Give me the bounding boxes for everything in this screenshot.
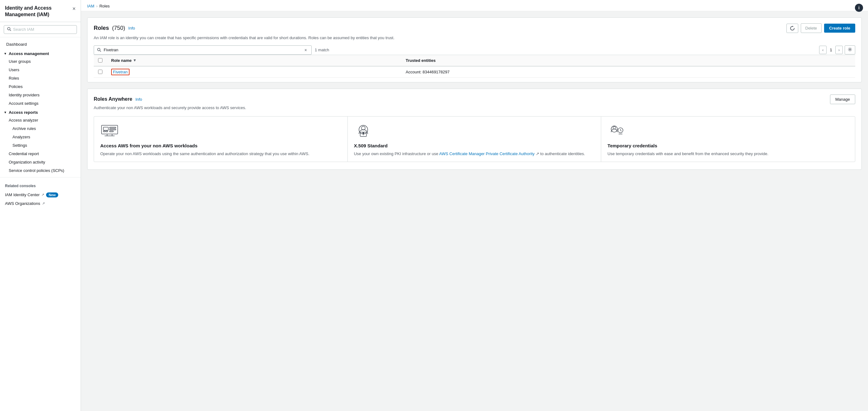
breadcrumb-iam[interactable]: IAM bbox=[87, 4, 94, 8]
svg-rect-6 bbox=[103, 127, 108, 130]
roles-table: Role name ▼ Trusted entities Fivetran Ac… bbox=[94, 55, 855, 78]
svg-line-1 bbox=[10, 30, 11, 31]
sidebar-item-analyzers[interactable]: Analyzers bbox=[0, 133, 81, 141]
sidebar-item-settings[interactable]: Settings bbox=[0, 141, 81, 149]
match-count: 1 match bbox=[315, 47, 329, 52]
sidebar-item-policies[interactable]: Policies bbox=[0, 82, 81, 91]
roles-anywhere-title-wrap: Roles Anywhere Info bbox=[94, 96, 142, 102]
sidebar-section-access-management[interactable]: ▼ Access management bbox=[0, 49, 81, 57]
sidebar-item-user-groups[interactable]: User groups bbox=[0, 57, 81, 66]
sidebar-section-access-reports[interactable]: ▼ Access reports bbox=[0, 108, 81, 116]
sidebar-header: Identity and Access Management (IAM) × bbox=[0, 0, 81, 22]
x509-icon bbox=[354, 123, 595, 139]
sidebar-title: Identity and Access Management (IAM) bbox=[5, 5, 70, 18]
feature-temp-creds-title: Temporary credentials bbox=[608, 143, 849, 148]
svg-rect-11 bbox=[110, 131, 113, 132]
page-number: 1 bbox=[829, 46, 833, 54]
create-role-button[interactable]: Create role bbox=[824, 24, 855, 33]
pagination-next-button[interactable]: › bbox=[835, 46, 843, 54]
breadcrumb: IAM › Roles bbox=[81, 0, 868, 11]
search-bar-row: × 1 match ‹ 1 › bbox=[94, 45, 855, 55]
chevron-down-icon: ▼ bbox=[4, 52, 7, 55]
roles-anywhere-description: Authenticate your non AWS workloads and … bbox=[94, 105, 855, 110]
sort-icon: ▼ bbox=[133, 58, 137, 63]
temp-creds-icon bbox=[608, 123, 849, 139]
acm-link[interactable]: AWS Certificate Manager Private Certific… bbox=[439, 151, 535, 156]
feature-temp-creds-desc: Use temporary credentials with ease and … bbox=[608, 151, 849, 157]
feature-aws-workloads-title: Access AWS from your non AWS workloads bbox=[100, 143, 341, 148]
features-grid: Access AWS from your non AWS workloads O… bbox=[94, 116, 855, 162]
refresh-button[interactable] bbox=[786, 24, 798, 33]
pagination-prev-button[interactable]: ‹ bbox=[819, 46, 827, 54]
related-consoles-label: Related consoles bbox=[0, 180, 81, 191]
roles-info-link[interactable]: Info bbox=[128, 26, 135, 31]
role-search-input[interactable] bbox=[104, 47, 303, 52]
table-settings-button[interactable] bbox=[845, 45, 855, 55]
svg-rect-10 bbox=[110, 129, 116, 130]
feature-aws-workloads: Access AWS from your non AWS workloads O… bbox=[94, 116, 348, 162]
search-input[interactable] bbox=[13, 27, 73, 32]
roles-card: Roles (750) Info Delete Create role An I… bbox=[87, 18, 862, 82]
sidebar-section-access-management-label: Access management bbox=[9, 51, 49, 56]
main-content: IAM › Roles Roles (750) Info bbox=[81, 0, 868, 411]
row-select-checkbox[interactable] bbox=[98, 70, 102, 74]
sidebar-search-wrap[interactable] bbox=[4, 25, 77, 34]
th-trusted-entities: Trusted entities bbox=[401, 55, 855, 66]
delete-button[interactable]: Delete bbox=[801, 23, 822, 33]
sidebar-item-identity-providers[interactable]: Identity providers bbox=[0, 91, 81, 99]
row-role-name: Fivetran bbox=[107, 66, 401, 78]
feature-x509-desc: Use your own existing PKI infrastructure… bbox=[354, 151, 595, 157]
th-role-name: Role name ▼ bbox=[107, 55, 401, 66]
sidebar-item-archive-rules[interactable]: Archive rules bbox=[0, 124, 81, 133]
sidebar-item-iam-identity-center[interactable]: IAM Identity Center ↗ New bbox=[0, 191, 81, 199]
table-search-wrap[interactable]: × bbox=[94, 45, 312, 55]
chevron-down-icon: ▼ bbox=[4, 111, 7, 114]
new-badge: New bbox=[46, 193, 58, 197]
sidebar-item-scp[interactable]: Service control policies (SCPs) bbox=[0, 166, 81, 175]
role-name-link[interactable]: Fivetran bbox=[111, 69, 129, 75]
sidebar-search-area bbox=[0, 22, 81, 37]
svg-line-24 bbox=[620, 130, 621, 131]
svg-line-3 bbox=[100, 51, 101, 52]
table-search-icon bbox=[97, 48, 101, 52]
roles-description: An IAM role is an identity you can creat… bbox=[94, 35, 855, 41]
roles-count: (750) bbox=[112, 25, 125, 31]
roles-actions: Delete Create role bbox=[786, 23, 856, 33]
sidebar-close-button[interactable]: × bbox=[72, 6, 76, 12]
sidebar-nav: Dashboard ▼ Access management User group… bbox=[0, 37, 81, 411]
feature-x509: X.509 Standard Use your own existing PKI… bbox=[348, 116, 601, 162]
sidebar-item-dashboard[interactable]: Dashboard bbox=[0, 40, 81, 49]
content-area: Roles (750) Info Delete Create role An I… bbox=[81, 11, 868, 176]
sidebar-section-access-reports-label: Access reports bbox=[9, 110, 38, 115]
ext-link-icon: ↗ bbox=[536, 151, 539, 156]
roles-anywhere-info-link[interactable]: Info bbox=[135, 97, 142, 102]
pagination: ‹ 1 › bbox=[819, 45, 855, 55]
svg-rect-7 bbox=[103, 131, 105, 132]
roles-anywhere-header: Roles Anywhere Info Manage bbox=[94, 95, 855, 104]
svg-rect-9 bbox=[110, 127, 116, 128]
sidebar-item-access-analyzer[interactable]: Access analyzer bbox=[0, 116, 81, 124]
search-clear-button[interactable]: × bbox=[303, 47, 308, 53]
sidebar-item-users[interactable]: Users bbox=[0, 66, 81, 74]
svg-point-0 bbox=[7, 27, 10, 30]
manage-button[interactable]: Manage bbox=[830, 95, 855, 104]
external-link-icon: ↗ bbox=[41, 193, 44, 197]
roles-title-left: Roles (750) Info bbox=[94, 25, 135, 31]
search-icon bbox=[7, 27, 11, 32]
row-trusted-entities: Account: 834469178297 bbox=[401, 66, 855, 78]
roles-anywhere-card: Roles Anywhere Info Manage Authenticate … bbox=[87, 89, 862, 170]
sidebar-item-aws-organizations[interactable]: AWS Organizations ↗ bbox=[0, 199, 81, 208]
roles-title: Roles bbox=[94, 25, 109, 31]
roles-title-row: Roles (750) Info Delete Create role bbox=[94, 23, 855, 33]
sidebar-item-account-settings[interactable]: Account settings bbox=[0, 99, 81, 108]
help-icon[interactable]: i bbox=[855, 4, 863, 12]
sidebar-item-roles[interactable]: Roles bbox=[0, 74, 81, 82]
sidebar: Identity and Access Management (IAM) × D… bbox=[0, 0, 81, 411]
svg-point-2 bbox=[97, 48, 100, 51]
table-row: Fivetran Account: 834469178297 bbox=[94, 66, 855, 78]
sidebar-item-org-activity[interactable]: Organization activity bbox=[0, 158, 81, 166]
svg-point-21 bbox=[613, 127, 616, 129]
roles-anywhere-title: Roles Anywhere bbox=[94, 96, 132, 102]
sidebar-item-credential-report[interactable]: Credential report bbox=[0, 149, 81, 158]
select-all-checkbox[interactable] bbox=[98, 58, 102, 63]
